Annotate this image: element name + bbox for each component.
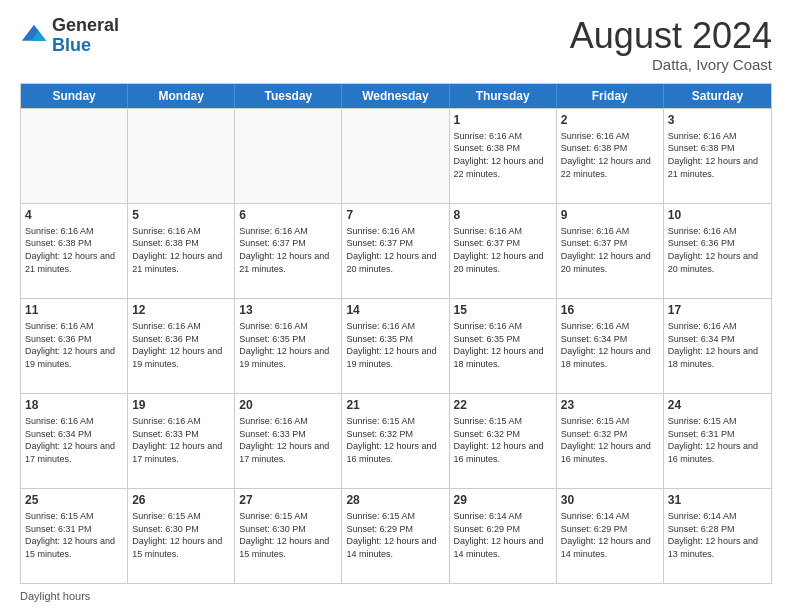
calendar-cell-10: 10Sunrise: 6:16 AM Sunset: 6:36 PM Dayli… <box>664 204 771 298</box>
day-info: Sunrise: 6:14 AM Sunset: 6:29 PM Dayligh… <box>561 510 659 560</box>
logo-blue-text: Blue <box>52 35 91 55</box>
logo-icon <box>20 22 48 50</box>
day-number: 12 <box>132 302 230 318</box>
calendar-row-3: 11Sunrise: 6:16 AM Sunset: 6:36 PM Dayli… <box>21 298 771 393</box>
day-number: 2 <box>561 112 659 128</box>
logo-general-text: General <box>52 15 119 35</box>
calendar-cell-empty <box>128 109 235 203</box>
calendar-cell-31: 31Sunrise: 6:14 AM Sunset: 6:28 PM Dayli… <box>664 489 771 583</box>
day-info: Sunrise: 6:16 AM Sunset: 6:37 PM Dayligh… <box>346 225 444 275</box>
day-info: Sunrise: 6:16 AM Sunset: 6:33 PM Dayligh… <box>239 415 337 465</box>
day-info: Sunrise: 6:14 AM Sunset: 6:28 PM Dayligh… <box>668 510 767 560</box>
day-number: 4 <box>25 207 123 223</box>
calendar-cell-9: 9Sunrise: 6:16 AM Sunset: 6:37 PM Daylig… <box>557 204 664 298</box>
day-info: Sunrise: 6:16 AM Sunset: 6:36 PM Dayligh… <box>25 320 123 370</box>
calendar-cell-23: 23Sunrise: 6:15 AM Sunset: 6:32 PM Dayli… <box>557 394 664 488</box>
day-info: Sunrise: 6:16 AM Sunset: 6:36 PM Dayligh… <box>668 225 767 275</box>
day-number: 8 <box>454 207 552 223</box>
day-info: Sunrise: 6:16 AM Sunset: 6:37 PM Dayligh… <box>454 225 552 275</box>
calendar-cell-17: 17Sunrise: 6:16 AM Sunset: 6:34 PM Dayli… <box>664 299 771 393</box>
day-info: Sunrise: 6:16 AM Sunset: 6:38 PM Dayligh… <box>25 225 123 275</box>
day-info: Sunrise: 6:15 AM Sunset: 6:32 PM Dayligh… <box>561 415 659 465</box>
calendar-header-tuesday: Tuesday <box>235 84 342 108</box>
day-number: 26 <box>132 492 230 508</box>
day-info: Sunrise: 6:16 AM Sunset: 6:38 PM Dayligh… <box>132 225 230 275</box>
day-info: Sunrise: 6:16 AM Sunset: 6:38 PM Dayligh… <box>561 130 659 180</box>
day-number: 25 <box>25 492 123 508</box>
calendar-row-5: 25Sunrise: 6:15 AM Sunset: 6:31 PM Dayli… <box>21 488 771 583</box>
day-info: Sunrise: 6:16 AM Sunset: 6:37 PM Dayligh… <box>239 225 337 275</box>
day-info: Sunrise: 6:15 AM Sunset: 6:29 PM Dayligh… <box>346 510 444 560</box>
day-number: 16 <box>561 302 659 318</box>
day-info: Sunrise: 6:15 AM Sunset: 6:30 PM Dayligh… <box>132 510 230 560</box>
footer-note-text: Daylight hours <box>20 590 90 602</box>
calendar-row-1: 1Sunrise: 6:16 AM Sunset: 6:38 PM Daylig… <box>21 108 771 203</box>
month-title: August 2024 <box>570 16 772 56</box>
logo: General Blue <box>20 16 119 56</box>
day-info: Sunrise: 6:15 AM Sunset: 6:31 PM Dayligh… <box>25 510 123 560</box>
calendar-cell-20: 20Sunrise: 6:16 AM Sunset: 6:33 PM Dayli… <box>235 394 342 488</box>
day-info: Sunrise: 6:15 AM Sunset: 6:31 PM Dayligh… <box>668 415 767 465</box>
calendar-cell-27: 27Sunrise: 6:15 AM Sunset: 6:30 PM Dayli… <box>235 489 342 583</box>
day-info: Sunrise: 6:16 AM Sunset: 6:34 PM Dayligh… <box>25 415 123 465</box>
location-subtitle: Datta, Ivory Coast <box>570 56 772 73</box>
day-info: Sunrise: 6:16 AM Sunset: 6:36 PM Dayligh… <box>132 320 230 370</box>
day-info: Sunrise: 6:16 AM Sunset: 6:34 PM Dayligh… <box>561 320 659 370</box>
calendar-cell-25: 25Sunrise: 6:15 AM Sunset: 6:31 PM Dayli… <box>21 489 128 583</box>
day-number: 11 <box>25 302 123 318</box>
day-info: Sunrise: 6:16 AM Sunset: 6:33 PM Dayligh… <box>132 415 230 465</box>
day-info: Sunrise: 6:16 AM Sunset: 6:35 PM Dayligh… <box>346 320 444 370</box>
calendar-cell-21: 21Sunrise: 6:15 AM Sunset: 6:32 PM Dayli… <box>342 394 449 488</box>
calendar-cell-8: 8Sunrise: 6:16 AM Sunset: 6:37 PM Daylig… <box>450 204 557 298</box>
calendar-cell-empty <box>342 109 449 203</box>
calendar-cell-19: 19Sunrise: 6:16 AM Sunset: 6:33 PM Dayli… <box>128 394 235 488</box>
calendar-cell-29: 29Sunrise: 6:14 AM Sunset: 6:29 PM Dayli… <box>450 489 557 583</box>
calendar-cell-5: 5Sunrise: 6:16 AM Sunset: 6:38 PM Daylig… <box>128 204 235 298</box>
calendar-header-sunday: Sunday <box>21 84 128 108</box>
day-info: Sunrise: 6:16 AM Sunset: 6:34 PM Dayligh… <box>668 320 767 370</box>
day-info: Sunrise: 6:16 AM Sunset: 6:35 PM Dayligh… <box>239 320 337 370</box>
day-info: Sunrise: 6:16 AM Sunset: 6:38 PM Dayligh… <box>454 130 552 180</box>
day-number: 24 <box>668 397 767 413</box>
calendar-cell-2: 2Sunrise: 6:16 AM Sunset: 6:38 PM Daylig… <box>557 109 664 203</box>
day-number: 5 <box>132 207 230 223</box>
day-number: 10 <box>668 207 767 223</box>
calendar-cell-14: 14Sunrise: 6:16 AM Sunset: 6:35 PM Dayli… <box>342 299 449 393</box>
day-number: 18 <box>25 397 123 413</box>
calendar-cell-empty <box>21 109 128 203</box>
day-info: Sunrise: 6:14 AM Sunset: 6:29 PM Dayligh… <box>454 510 552 560</box>
day-info: Sunrise: 6:16 AM Sunset: 6:38 PM Dayligh… <box>668 130 767 180</box>
footer-note: Daylight hours <box>20 590 772 602</box>
calendar-cell-22: 22Sunrise: 6:15 AM Sunset: 6:32 PM Dayli… <box>450 394 557 488</box>
day-number: 19 <box>132 397 230 413</box>
calendar-header: SundayMondayTuesdayWednesdayThursdayFrid… <box>21 84 771 108</box>
header: General Blue August 2024 Datta, Ivory Co… <box>20 16 772 73</box>
day-number: 7 <box>346 207 444 223</box>
calendar-row-4: 18Sunrise: 6:16 AM Sunset: 6:34 PM Dayli… <box>21 393 771 488</box>
calendar-header-friday: Friday <box>557 84 664 108</box>
calendar-cell-12: 12Sunrise: 6:16 AM Sunset: 6:36 PM Dayli… <box>128 299 235 393</box>
calendar-row-2: 4Sunrise: 6:16 AM Sunset: 6:38 PM Daylig… <box>21 203 771 298</box>
day-number: 6 <box>239 207 337 223</box>
day-number: 29 <box>454 492 552 508</box>
day-number: 31 <box>668 492 767 508</box>
calendar-header-saturday: Saturday <box>664 84 771 108</box>
day-number: 3 <box>668 112 767 128</box>
day-number: 14 <box>346 302 444 318</box>
calendar-cell-1: 1Sunrise: 6:16 AM Sunset: 6:38 PM Daylig… <box>450 109 557 203</box>
day-number: 1 <box>454 112 552 128</box>
title-block: August 2024 Datta, Ivory Coast <box>570 16 772 73</box>
day-number: 15 <box>454 302 552 318</box>
calendar-cell-11: 11Sunrise: 6:16 AM Sunset: 6:36 PM Dayli… <box>21 299 128 393</box>
day-number: 22 <box>454 397 552 413</box>
day-number: 23 <box>561 397 659 413</box>
calendar-cell-30: 30Sunrise: 6:14 AM Sunset: 6:29 PM Dayli… <box>557 489 664 583</box>
calendar-cell-empty <box>235 109 342 203</box>
day-info: Sunrise: 6:15 AM Sunset: 6:32 PM Dayligh… <box>346 415 444 465</box>
calendar-header-monday: Monday <box>128 84 235 108</box>
day-number: 13 <box>239 302 337 318</box>
calendar-cell-16: 16Sunrise: 6:16 AM Sunset: 6:34 PM Dayli… <box>557 299 664 393</box>
day-number: 20 <box>239 397 337 413</box>
day-info: Sunrise: 6:16 AM Sunset: 6:37 PM Dayligh… <box>561 225 659 275</box>
day-number: 28 <box>346 492 444 508</box>
